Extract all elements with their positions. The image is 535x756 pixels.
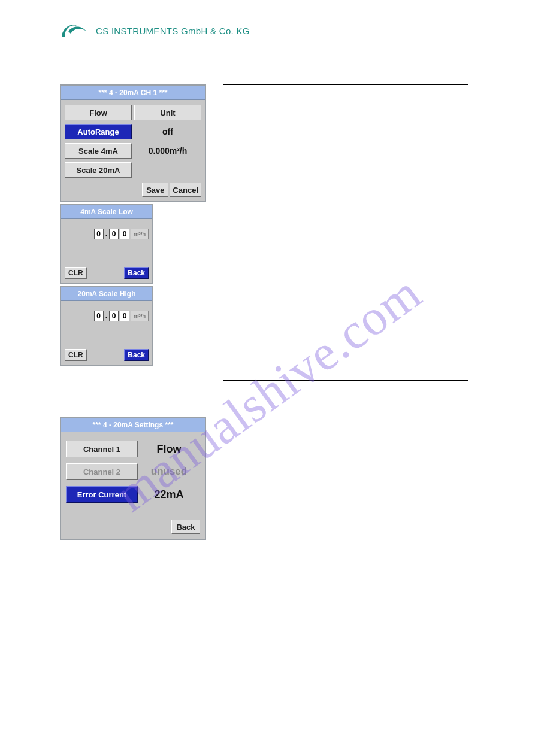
back-button[interactable]: Back — [124, 267, 149, 279]
digit-input[interactable]: 0 — [120, 311, 129, 321]
clr-button[interactable]: CLR — [65, 349, 87, 361]
panel-4ma-scale-low: 4mA Scale Low 0 . 0 0 m³/h CLR Back — [60, 204, 153, 284]
back-button[interactable]: Back — [124, 349, 149, 361]
scale-4ma-button[interactable]: Scale 4mA — [65, 143, 132, 159]
digits-scale-high: 0 . 0 0 m³/h — [65, 311, 149, 321]
error-current-button[interactable]: Error Current — [66, 486, 138, 503]
panel-title-scale-low: 4mA Scale Low — [61, 205, 152, 219]
back-button[interactable]: Back — [171, 520, 200, 534]
description-block-2 — [223, 417, 468, 602]
panel-4-20ma-settings: *** 4 - 20mA Settings *** Channel 1 Flow… — [60, 417, 206, 540]
panel-4-20ma-ch1: *** 4 - 20mA CH 1 *** Flow Unit AutoRang… — [60, 84, 206, 202]
cancel-button[interactable]: Cancel — [170, 183, 201, 197]
panel-20ma-scale-high: 20mA Scale High 0 . 0 0 m³/h CLR Back — [60, 286, 153, 366]
digit-input[interactable]: 0 — [120, 229, 129, 239]
page-header: CS INSTRUMENTS GmbH & Co. KG — [60, 19, 475, 48]
panel-title-scale-high: 20mA Scale High — [61, 287, 152, 301]
digits-scale-low: 0 . 0 0 m³/h — [65, 229, 149, 239]
autorange-button[interactable]: AutoRange — [65, 124, 132, 139]
scale-4ma-value: 0.000m³/h — [134, 146, 201, 156]
company-name: CS INSTRUMENTS GmbH & Co. KG — [96, 26, 250, 36]
unit-box: m³/h — [131, 229, 149, 239]
digit-input[interactable]: 0 — [94, 311, 104, 321]
flow-button[interactable]: Flow — [65, 105, 132, 120]
decimal-separator: . — [105, 312, 108, 320]
unit-box: m³/h — [131, 311, 149, 321]
digit-input[interactable]: 0 — [109, 311, 119, 321]
digit-input[interactable]: 0 — [94, 229, 104, 239]
channel-1-value: Flow — [138, 443, 200, 456]
decimal-separator: . — [105, 230, 108, 238]
save-button[interactable]: Save — [142, 183, 168, 197]
channel-2-value: unused — [138, 466, 200, 478]
scale-20ma-button[interactable]: Scale 20mA — [65, 162, 132, 178]
cs-instruments-logo-icon — [60, 19, 87, 42]
channel-2-button: Channel 2 — [66, 463, 138, 480]
description-block-1 — [223, 84, 468, 381]
digit-input[interactable]: 0 — [109, 229, 119, 239]
autorange-value: off — [134, 127, 201, 136]
clr-button[interactable]: CLR — [65, 267, 87, 279]
channel-1-button[interactable]: Channel 1 — [66, 441, 138, 457]
panel-title-settings: *** 4 - 20mA Settings *** — [61, 418, 205, 432]
unit-button[interactable]: Unit — [134, 105, 201, 120]
error-current-value: 22mA — [138, 488, 200, 501]
panel-title-ch1: *** 4 - 20mA CH 1 *** — [61, 86, 205, 100]
